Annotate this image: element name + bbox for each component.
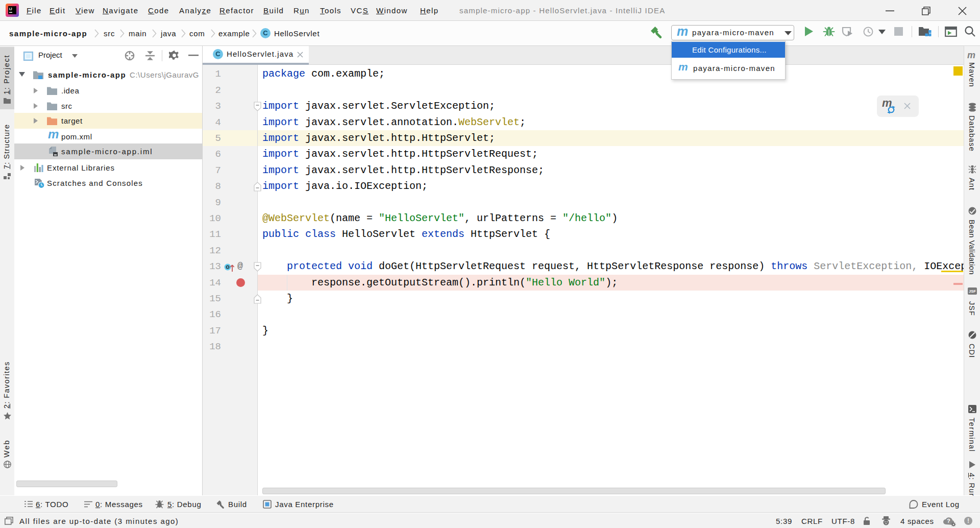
svg-text:IJ: IJ bbox=[9, 7, 12, 11]
svg-text:JSF: JSF bbox=[969, 289, 976, 294]
svg-text:?: ? bbox=[947, 518, 950, 524]
